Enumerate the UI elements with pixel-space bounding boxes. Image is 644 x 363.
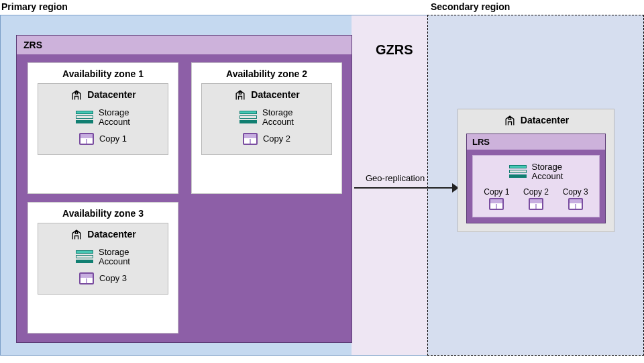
lrs-copy-1-label: Copy 1 xyxy=(484,187,509,197)
availability-zone-2: Availability zone 2 Datacenter Storage A… xyxy=(191,62,342,194)
center-strip xyxy=(352,15,427,355)
secondary-datacenter: Datacenter LRS Storage Account Copy 1 Co… xyxy=(458,109,614,232)
availability-zone-3: Availability zone 3 Datacenter Storage A… xyxy=(28,202,178,333)
datacenter-icon xyxy=(70,88,83,101)
datacenter-icon xyxy=(70,227,83,241)
storage-icon xyxy=(509,165,527,178)
copy-icon xyxy=(243,133,258,145)
availability-zone-1: Availability zone 1 Datacenter Storage A… xyxy=(28,62,178,194)
az1-title: Availability zone 1 xyxy=(28,63,178,83)
az2-copy-label: Copy 2 xyxy=(263,134,290,144)
copy-icon xyxy=(489,198,504,210)
az2-title: Availability zone 2 xyxy=(192,63,341,83)
az2-storage-label: Storage Account xyxy=(262,108,294,127)
lrs-box: LRS Storage Account Copy 1 Copy 2 xyxy=(466,134,606,223)
secondary-region-label: Secondary region xyxy=(431,1,510,12)
lrs-copy-1: Copy 1 xyxy=(484,187,509,210)
storage-icon xyxy=(239,111,257,124)
geo-replication-arrow xyxy=(354,187,455,189)
copy-icon xyxy=(79,133,94,145)
lrs-copy-2: Copy 2 xyxy=(523,187,549,210)
zrs-label: ZRS xyxy=(17,36,352,54)
az2-datacenter: Datacenter Storage Account Copy 2 xyxy=(201,83,332,155)
geo-replication-label: Geo-replication xyxy=(366,173,425,183)
az1-storage-label: Storage Account xyxy=(99,108,130,127)
az3-title: Availability zone 3 xyxy=(28,203,178,223)
secondary-datacenter-label: Datacenter xyxy=(521,115,569,125)
storage-icon xyxy=(76,250,93,264)
copy-icon xyxy=(529,198,543,210)
az2-datacenter-label: Datacenter xyxy=(251,89,299,100)
lrs-copy-3-label: Copy 3 xyxy=(563,187,588,197)
diagram-title: GZRS xyxy=(376,42,413,58)
copy-icon xyxy=(79,272,94,284)
az3-copy-label: Copy 3 xyxy=(99,273,127,283)
zrs-box: ZRS Availability zone 1 Datacenter Stora… xyxy=(16,35,352,343)
primary-region-label: Primary region xyxy=(1,1,68,12)
az3-storage-label: Storage Account xyxy=(99,248,130,267)
lrs-copy-3: Copy 3 xyxy=(563,187,588,210)
copy-icon xyxy=(568,198,583,210)
az3-datacenter: Datacenter Storage Account Copy 3 xyxy=(38,223,168,295)
storage-icon xyxy=(76,111,93,124)
az1-datacenter: Datacenter Storage Account Copy 1 xyxy=(38,83,168,155)
az3-datacenter-label: Datacenter xyxy=(87,229,136,240)
az1-copy-label: Copy 1 xyxy=(99,134,127,144)
gzrs-diagram: Primary region Secondary region GZRS ZRS… xyxy=(0,0,644,363)
datacenter-icon xyxy=(233,88,247,101)
az1-datacenter-label: Datacenter xyxy=(87,89,136,100)
lrs-label: LRS xyxy=(467,134,605,150)
lrs-inner: Storage Account Copy 1 Copy 2 Copy 3 xyxy=(472,155,600,217)
lrs-copy-2-label: Copy 2 xyxy=(523,187,549,197)
datacenter-icon xyxy=(503,113,517,127)
lrs-storage-label: Storage Account xyxy=(532,162,564,182)
